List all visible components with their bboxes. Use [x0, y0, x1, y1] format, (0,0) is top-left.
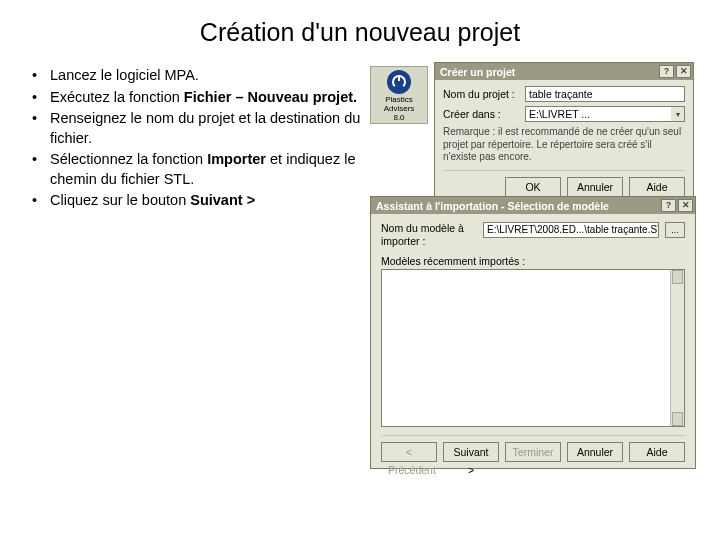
- create-in-dropdown[interactable]: E:\LIVRET ...: [525, 106, 671, 122]
- help-button[interactable]: Aide: [629, 442, 685, 462]
- back-button[interactable]: < Précédent: [381, 442, 437, 462]
- close-window-button[interactable]: ✕: [678, 199, 693, 212]
- recent-models-listbox[interactable]: [381, 269, 685, 427]
- cancel-button[interactable]: Annuler: [567, 177, 623, 197]
- slide-title: Création d'un nouveau projet: [0, 0, 720, 55]
- dialog-title: Assistant à l'importation - Sélection de…: [376, 200, 609, 212]
- bullet-5: Cliquez sur le bouton Suivant >: [40, 191, 362, 211]
- create-in-label: Créer dans :: [443, 108, 525, 120]
- close-window-button[interactable]: ✕: [676, 65, 691, 78]
- chevron-down-icon[interactable]: ▾: [671, 106, 685, 122]
- bullet-1: Lancez le logiciel MPA.: [40, 66, 362, 86]
- cancel-button[interactable]: Annuler: [567, 442, 623, 462]
- mpa-icon-label2: 8.0: [371, 113, 427, 122]
- help-window-button[interactable]: ?: [659, 65, 674, 78]
- mpa-icon-label1: Plastics Advisers: [371, 95, 427, 113]
- bullet-list: Lancez le logiciel MPA. Exécutez la fonc…: [22, 66, 362, 213]
- project-name-input[interactable]: table traçante: [525, 86, 685, 102]
- power-icon: [387, 70, 411, 94]
- ok-button[interactable]: OK: [505, 177, 561, 197]
- model-path-input[interactable]: E:\LIVRET\2008.ED...\table traçante.STL: [483, 222, 659, 238]
- dialog-titlebar: Créer un projet ? ✕: [435, 63, 693, 80]
- bullet-3: Renseignez le nom du projet et la destin…: [40, 109, 362, 148]
- next-button[interactable]: Suivant >: [443, 442, 499, 462]
- scrollbar[interactable]: [670, 270, 684, 426]
- dialog-title: Créer un projet: [440, 66, 515, 78]
- help-window-button[interactable]: ?: [661, 199, 676, 212]
- recent-models-label: Modèles récemment importés :: [381, 255, 685, 267]
- remark-text: Remarque : il est recommandé de ne créer…: [443, 126, 685, 164]
- mpa-app-icon: Plastics Advisers 8.0: [370, 66, 428, 124]
- help-button[interactable]: Aide: [629, 177, 685, 197]
- dialog-titlebar: Assistant à l'importation - Sélection de…: [371, 197, 695, 214]
- create-project-dialog: Créer un projet ? ✕ Nom du projet : tabl…: [434, 62, 694, 204]
- browse-button[interactable]: ...: [665, 222, 685, 238]
- model-name-label: Nom du modèle à importer :: [381, 222, 477, 247]
- bullet-4: Sélectionnez la fonction Importer et ind…: [40, 150, 362, 189]
- bullet-2: Exécutez la fonction Fichier – Nouveau p…: [40, 88, 362, 108]
- import-wizard-dialog: Assistant à l'importation - Sélection de…: [370, 196, 696, 469]
- finish-button[interactable]: Terminer: [505, 442, 561, 462]
- project-name-label: Nom du projet :: [443, 88, 525, 100]
